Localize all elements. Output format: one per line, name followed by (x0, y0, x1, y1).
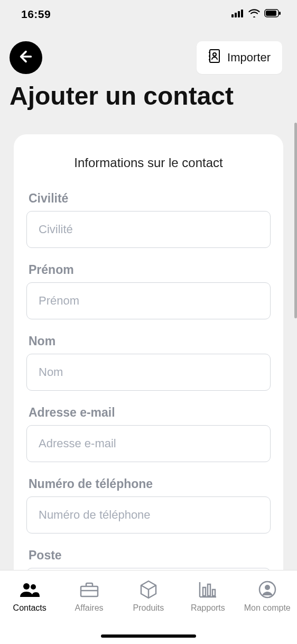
briefcase-icon (79, 579, 100, 600)
civility-select[interactable]: Civilité (26, 211, 271, 248)
tab-reports-label: Rapports (191, 603, 225, 613)
address-book-icon (208, 49, 221, 67)
import-button[interactable]: Importer (197, 41, 282, 74)
status-icons (231, 9, 281, 20)
svg-rect-14 (81, 586, 98, 596)
tab-contacts[interactable]: Contacts (0, 579, 59, 613)
home-indicator[interactable] (101, 634, 196, 638)
bar-chart-icon (197, 579, 218, 600)
cube-icon (138, 579, 159, 600)
svg-rect-6 (279, 12, 281, 15)
tab-products[interactable]: Produits (119, 579, 178, 613)
contacts-icon (19, 579, 40, 600)
tabbar: Contacts Affaires Produits Rapports Mon … (0, 570, 297, 644)
svg-point-13 (31, 584, 36, 590)
tab-products-label: Produits (133, 603, 164, 613)
civility-field: Civilité Civilité (26, 191, 271, 248)
email-label: Adresse e-mail (26, 406, 271, 420)
contact-info-card: Informations sur le contact Civilité Civ… (14, 134, 283, 570)
tab-deals[interactable]: Affaires (60, 579, 119, 613)
first-name-input[interactable] (26, 282, 271, 319)
scrollbar[interactable] (294, 123, 297, 318)
svg-rect-3 (241, 10, 243, 17)
first-name-label: Prénom (26, 263, 271, 277)
svg-rect-19 (208, 584, 210, 596)
cellular-icon (231, 9, 244, 20)
status-bar: 16:59 (0, 0, 297, 29)
email-input[interactable] (26, 425, 271, 462)
svg-point-22 (265, 585, 270, 590)
last-name-field: Nom (26, 334, 271, 391)
page-title: Ajouter un contact (0, 74, 297, 123)
svg-rect-1 (235, 13, 237, 17)
header: Importer (0, 29, 297, 74)
tab-account[interactable]: Mon compte (238, 579, 297, 613)
phone-field: Numéro de téléphone (26, 477, 271, 533)
status-time: 16:59 (21, 8, 51, 21)
svg-rect-20 (212, 590, 215, 596)
wifi-icon (248, 9, 260, 20)
form-scroll[interactable]: Informations sur le contact Civilité Civ… (0, 123, 297, 570)
phone-label: Numéro de téléphone (26, 477, 271, 491)
position-label: Poste (26, 548, 271, 563)
svg-rect-5 (266, 11, 276, 16)
battery-icon (264, 9, 281, 20)
svg-point-12 (23, 583, 30, 590)
tab-account-label: Mon compte (244, 603, 291, 613)
first-name-field: Prénom (26, 263, 271, 319)
civility-label: Civilité (26, 191, 271, 206)
back-button[interactable] (10, 41, 42, 74)
tab-reports[interactable]: Rapports (178, 579, 237, 613)
arrow-left-icon (17, 48, 34, 67)
svg-rect-18 (203, 587, 206, 596)
svg-point-8 (213, 53, 216, 56)
last-name-input[interactable] (26, 354, 271, 391)
tab-contacts-label: Contacts (13, 603, 47, 613)
svg-rect-0 (231, 14, 234, 17)
tab-deals-label: Affaires (75, 603, 104, 613)
section-title: Informations sur le contact (26, 155, 271, 170)
import-label: Importer (227, 51, 271, 65)
user-circle-icon (257, 579, 278, 600)
phone-input[interactable] (26, 496, 271, 533)
svg-rect-2 (238, 11, 240, 17)
position-field: Poste (26, 548, 271, 570)
last-name-label: Nom (26, 334, 271, 348)
email-field: Adresse e-mail (26, 406, 271, 462)
